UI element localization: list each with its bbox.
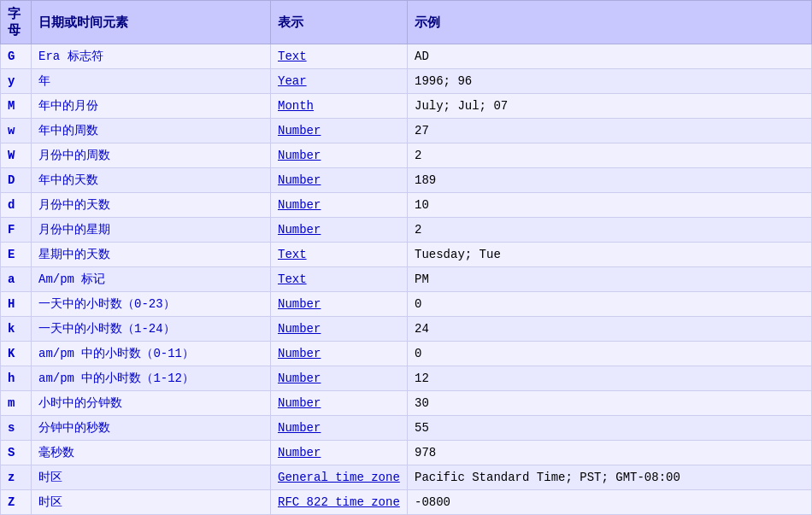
cell-char: a: [1, 267, 32, 292]
cell-char: y: [1, 69, 32, 94]
type-link[interactable]: Number: [278, 396, 321, 410]
cell-char: h: [1, 366, 32, 391]
cell-example: 2: [408, 218, 812, 243]
cell-example: 10: [408, 193, 812, 218]
cell-char: k: [1, 317, 32, 342]
cell-type[interactable]: Number: [271, 292, 408, 317]
type-link[interactable]: Text: [278, 272, 307, 286]
table-row: y年Year1996; 96: [1, 69, 812, 94]
cell-type[interactable]: Text: [271, 44, 408, 69]
cell-example: 12: [408, 366, 812, 391]
table-row: D年中的天数Number189: [1, 168, 812, 193]
cell-type[interactable]: Number: [271, 342, 408, 366]
cell-char: S: [1, 441, 32, 465]
type-link[interactable]: Number: [278, 372, 321, 385]
table-row: GEra 标志符TextAD: [1, 44, 812, 69]
cell-desc: 月份中的星期: [32, 218, 271, 243]
cell-desc: Am/pm 标记: [32, 267, 271, 292]
cell-desc: 年中的天数: [32, 168, 271, 193]
type-link[interactable]: Number: [278, 198, 321, 212]
table-row: m小时中的分钟数Number30: [1, 391, 812, 416]
cell-type[interactable]: Number: [271, 317, 408, 342]
cell-type[interactable]: Number: [271, 119, 408, 143]
cell-char: M: [1, 94, 32, 119]
table-row: M年中的月份MonthJuly; Jul; 07: [1, 94, 812, 119]
cell-example: 0: [408, 342, 812, 366]
type-link[interactable]: RFC 822 time zone: [278, 495, 400, 509]
cell-example: AD: [408, 44, 812, 69]
type-link[interactable]: Number: [278, 223, 321, 237]
cell-char: s: [1, 416, 32, 441]
table-row: S毫秒数Number978: [1, 441, 812, 465]
cell-char: w: [1, 119, 32, 143]
type-link[interactable]: Number: [278, 446, 321, 459]
col-header-char: 字母: [1, 1, 32, 44]
table-row: Z时区RFC 822 time zone-0800: [1, 490, 812, 515]
cell-type[interactable]: RFC 822 time zone: [271, 490, 408, 515]
cell-char: H: [1, 292, 32, 317]
table-row: W月份中的周数Number2: [1, 143, 812, 168]
cell-desc: am/pm 中的小时数（1-12）: [32, 366, 271, 391]
cell-example: Pacific Standard Time; PST; GMT-08:00: [408, 465, 812, 490]
cell-type[interactable]: Number: [271, 168, 408, 193]
cell-char: W: [1, 143, 32, 168]
cell-desc: 小时中的分钟数: [32, 391, 271, 416]
cell-example: 978: [408, 441, 812, 465]
cell-type[interactable]: Number: [271, 391, 408, 416]
type-link[interactable]: Number: [278, 149, 321, 162]
cell-type[interactable]: Year: [271, 69, 408, 94]
cell-char: G: [1, 44, 32, 69]
table-row: d月份中的天数Number10: [1, 193, 812, 218]
cell-example: PM: [408, 267, 812, 292]
cell-desc: 时区: [32, 490, 271, 515]
cell-type[interactable]: Number: [271, 218, 408, 243]
cell-char: Z: [1, 490, 32, 515]
type-link[interactable]: Number: [278, 347, 321, 360]
type-link[interactable]: Number: [278, 124, 321, 138]
type-link[interactable]: Text: [278, 248, 307, 261]
cell-char: K: [1, 342, 32, 366]
cell-example: Tuesday; Tue: [408, 243, 812, 267]
type-link[interactable]: Number: [278, 322, 321, 336]
cell-type[interactable]: Number: [271, 366, 408, 391]
cell-type[interactable]: General time zone: [271, 465, 408, 490]
cell-char: d: [1, 193, 32, 218]
cell-char: m: [1, 391, 32, 416]
cell-type[interactable]: Number: [271, 416, 408, 441]
cell-example: 1996; 96: [408, 69, 812, 94]
type-link[interactable]: Text: [278, 50, 307, 63]
cell-example: 189: [408, 168, 812, 193]
cell-char: z: [1, 465, 32, 490]
table-row: ham/pm 中的小时数（1-12）Number12: [1, 366, 812, 391]
cell-desc: 一天中的小时数（0-23）: [32, 292, 271, 317]
cell-desc: 毫秒数: [32, 441, 271, 465]
cell-type[interactable]: Text: [271, 243, 408, 267]
cell-desc: 星期中的天数: [32, 243, 271, 267]
type-link[interactable]: General time zone: [278, 471, 400, 484]
cell-type[interactable]: Number: [271, 441, 408, 465]
cell-desc: 年中的月份: [32, 94, 271, 119]
cell-type[interactable]: Number: [271, 193, 408, 218]
cell-type[interactable]: Number: [271, 143, 408, 168]
table-row: w年中的周数Number27: [1, 119, 812, 143]
col-header-example: 示例: [408, 1, 812, 44]
table-row: F月份中的星期Number2: [1, 218, 812, 243]
cell-example: 24: [408, 317, 812, 342]
cell-example: 0: [408, 292, 812, 317]
cell-char: F: [1, 218, 32, 243]
type-link[interactable]: Number: [278, 421, 321, 435]
type-link[interactable]: Number: [278, 173, 321, 187]
cell-desc: 时区: [32, 465, 271, 490]
table-row: s分钟中的秒数Number55: [1, 416, 812, 441]
cell-desc: Era 标志符: [32, 44, 271, 69]
cell-type[interactable]: Month: [271, 94, 408, 119]
cell-desc: 一天中的小时数（1-24）: [32, 317, 271, 342]
cell-char: E: [1, 243, 32, 267]
cell-desc: 月份中的周数: [32, 143, 271, 168]
cell-desc: 分钟中的秒数: [32, 416, 271, 441]
type-link[interactable]: Month: [278, 99, 314, 113]
col-header-type: 表示: [271, 1, 408, 44]
type-link[interactable]: Number: [278, 297, 321, 311]
type-link[interactable]: Year: [278, 74, 307, 88]
cell-type[interactable]: Text: [271, 267, 408, 292]
